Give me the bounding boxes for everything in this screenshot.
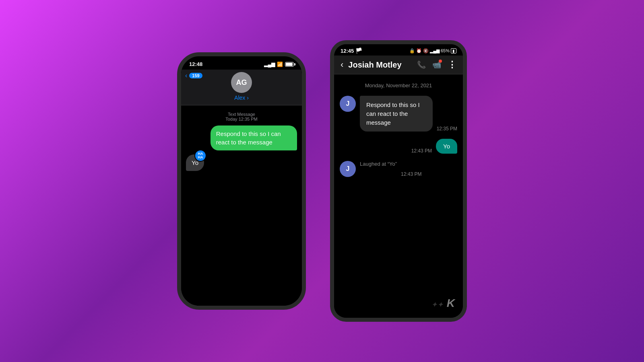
android-status-bar: 12:45 🏳️ 🔒 ⏰ 🔇 ▂▄▆ 65% ▮ [334, 44, 463, 56]
iphone-status-icons: ▂▄▆ 📶 [264, 62, 294, 67]
sent-message-row: 12:43 PM Yo [340, 139, 457, 154]
more-options-icon[interactable]: ⋮ [448, 60, 456, 70]
received-message-row: Yo HAHA [186, 154, 297, 171]
iphone-status-bar: 12:48 ▂▄▆ 📶 [181, 56, 302, 70]
received-message-row-2: J Laughed at “Yo” 12:43 PM [340, 161, 457, 177]
android-message-body: Monday, November 22, 2021 J Respond to t… [334, 74, 463, 318]
message-time-2: 12:43 PM [411, 148, 432, 154]
received-message-row-1: J Respond to this so I can react to the … [340, 96, 457, 132]
watermark: ✦✦ K [431, 297, 455, 310]
android-status-icons: 🔒 ⏰ 🔇 ▂▄▆ 65% ▮ [409, 48, 456, 53]
wifi-icon: 📶 [277, 62, 283, 67]
android-screen: 12:45 🏳️ 🔒 ⏰ 🔇 ▂▄▆ 65% ▮ ‹ Josiah Motley… [334, 44, 463, 318]
message-timestamp: Text MessageToday 12:35 PM [186, 112, 297, 121]
sent-bubble: Respond to this so I can react to the me… [211, 125, 297, 150]
silent-icon: 🔇 [423, 48, 429, 53]
android-phone: 12:45 🏳️ 🔒 ⏰ 🔇 ▂▄▆ 65% ▮ ‹ Josiah Motley… [330, 40, 467, 322]
chat-date: Monday, November 22, 2021 [340, 82, 457, 88]
imessage-header: ‹ 159 AG Alex › [181, 70, 302, 105]
iphone-phone: 12:48 ▂▄▆ 📶 ‹ 159 AG Alex › [177, 52, 306, 310]
reaction-badge: HAHA [194, 150, 206, 162]
toolbar-icons: 📞 📹 ⋮ [417, 60, 456, 70]
received-bubble-1: Respond to this so I can react to the me… [360, 96, 433, 132]
signal-icon: ▂▄▆ [430, 48, 440, 53]
back-button[interactable]: ‹ 159 [185, 72, 202, 79]
imessage-body: Text MessageToday 12:35 PM Respond to th… [181, 105, 302, 306]
contact-avatar: AG [231, 72, 252, 93]
alarm-icon: ⏰ [416, 48, 422, 53]
sent-bubble: Yo [436, 139, 457, 154]
contact-name: Josiah Motley [348, 60, 412, 70]
contact-name[interactable]: Alex › [234, 95, 249, 101]
sender-avatar-2: J [340, 161, 356, 177]
message-time-1: 12:35 PM [437, 126, 457, 132]
battery-text: 65% [441, 48, 450, 53]
sender-avatar-1: J [340, 96, 356, 112]
iphone-time: 12:48 [189, 61, 202, 67]
back-button[interactable]: ‹ [341, 60, 343, 70]
video-icon[interactable]: 📹 [432, 60, 441, 69]
android-time: 12:45 🏳️ [341, 47, 362, 54]
notification-dot [439, 60, 442, 63]
flag-icon: 🏳️ [355, 47, 362, 54]
chevron-left-icon: ‹ [185, 72, 187, 79]
battery-icon: ▮ [451, 48, 456, 53]
system-message: Laughed at “Yo” [360, 161, 397, 167]
iphone-screen: 12:48 ▂▄▆ 📶 ‹ 159 AG Alex › [181, 56, 302, 306]
android-toolbar: ‹ Josiah Motley 📞 📹 ⋮ [334, 56, 463, 74]
sent-message-row: Respond to this so I can react to the me… [186, 125, 297, 150]
message-time-3: 12:43 PM [401, 171, 421, 177]
lock-icon: 🔒 [409, 48, 415, 53]
battery-icon [285, 62, 294, 67]
received-bubble: Yo HAHA [186, 154, 204, 171]
back-badge: 159 [189, 73, 202, 78]
signal-icon: ▂▄▆ [264, 62, 275, 67]
phone-icon[interactable]: 📞 [417, 60, 426, 69]
